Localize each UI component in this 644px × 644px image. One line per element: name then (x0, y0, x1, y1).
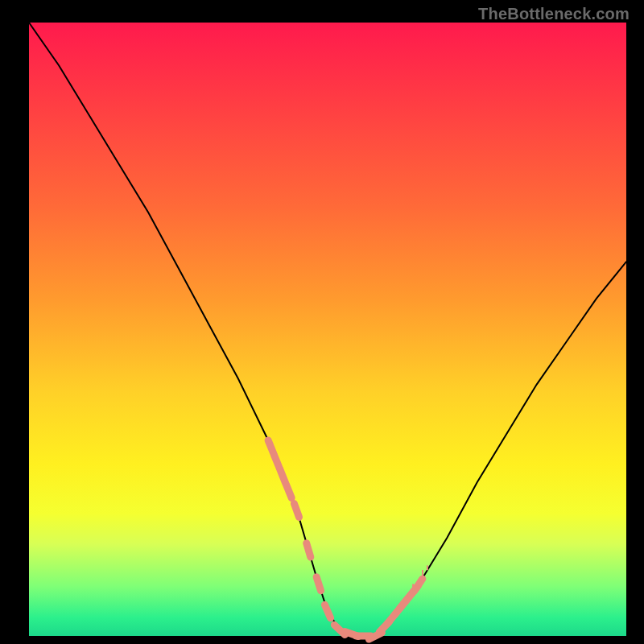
near-optimal-markers (268, 440, 423, 639)
marker-dash (307, 543, 311, 557)
marker-dash (294, 504, 299, 518)
chart-frame: TheBottleneck.com (0, 0, 644, 644)
marker-dash (286, 485, 291, 498)
marker-dash (324, 605, 330, 618)
curve-layer (29, 23, 626, 636)
plot-area (29, 23, 626, 636)
marker-dash (316, 577, 321, 591)
watermark-text: TheBottleneck.com (478, 5, 630, 23)
bottleneck-curve (29, 23, 626, 636)
